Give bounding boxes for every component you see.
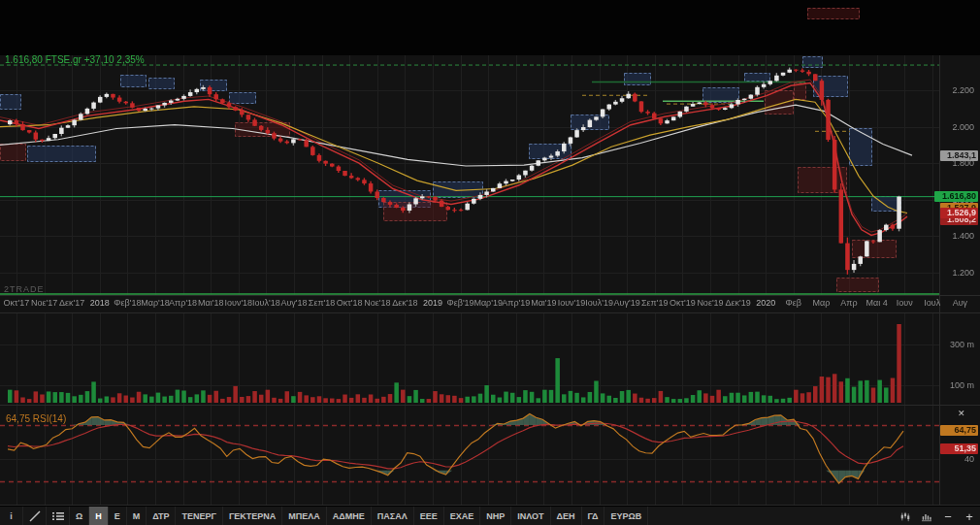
symbol-button-ΙΝΛΟΤ[interactable]: ΙΝΛΟΤ: [511, 507, 550, 525]
symbol-button-ΓΔ[interactable]: ΓΔ: [582, 507, 605, 525]
symbol-button-ΝΗΡ[interactable]: ΝΗΡ: [480, 507, 511, 525]
timeframe-button-Μ[interactable]: Μ: [127, 507, 147, 525]
pencil-line-icon: [29, 510, 41, 522]
symbol-button-ΔΤΡ[interactable]: ΔΤΡ: [147, 507, 176, 525]
symbol-button-ΕΧΑΕ[interactable]: ΕΧΑΕ: [444, 507, 481, 525]
symbol-button-ΕΕΕ[interactable]: ΕΕΕ: [414, 507, 444, 525]
volume-bars-icon[interactable]: [916, 507, 937, 525]
symbol-shortcut-group: ΔΤΡΤΕΝΕΡΓΓΕΚΤΕΡΝΑΜΠΕΛΑΑΔΜΗΕΠΑΣΑΛΕΕΕΕΧΑΕΝ…: [147, 507, 648, 525]
symbol-button-ΔΕΗ[interactable]: ΔΕΗ: [551, 507, 582, 525]
timeframe-button-Η[interactable]: Η: [89, 507, 109, 525]
symbol-button-ΤΕΝΕΡΓ[interactable]: ΤΕΝΕΡΓ: [176, 507, 222, 525]
white-ma-value-badge: 1.843,1: [940, 150, 978, 161]
symbol-button-ΠΑΣΑΛ[interactable]: ΠΑΣΑΛ: [372, 507, 414, 525]
candlestick-chart-icon[interactable]: [895, 507, 916, 525]
timeframe-group: ΩΗΕΜ: [70, 507, 147, 525]
zoom-out-button[interactable]: −: [937, 507, 959, 525]
chart-canvas[interactable]: [0, 0, 980, 506]
candles-icon: [900, 510, 910, 523]
date-axis: Οκτ'17Νοε'17Δεκ'172018Φεβ'18Μαρ'18Απρ'18…: [0, 298, 980, 312]
zoom-in-button[interactable]: +: [959, 507, 980, 525]
rsi-value-badge: 64,75: [940, 425, 978, 436]
bars-icon: [922, 510, 931, 523]
toolbar-spacer: [648, 507, 895, 525]
symbol-button-ΓΕΚΤΕΡΝΑ[interactable]: ΓΕΚΤΕΡΝΑ: [223, 507, 282, 525]
trendline-tool-icon[interactable]: [23, 507, 47, 525]
bottom-toolbar: i ΩΗΕΜ ΔΤΡΤΕΝΕΡΓΓΕΚΤΕΡΝΑΜΠΕΛΑΑΔΜΗΕΠΑΣΑΛΕ…: [0, 506, 980, 525]
indicator-list-icon[interactable]: [47, 507, 70, 525]
timeframe-button-Ε[interactable]: Ε: [109, 507, 127, 525]
rsi-signal-value-badge: 51,35: [940, 443, 978, 454]
toolbar-right-group: − +: [895, 507, 980, 525]
last-price-badge: 1.616,80: [934, 191, 978, 202]
timeframe-button-Ω[interactable]: Ω: [70, 507, 89, 525]
symbol-button-ΜΠΕΛΑ[interactable]: ΜΠΕΛΑ: [282, 507, 327, 525]
trading-app-window: 1.616,80 FTSE.gr +37,10 2,35% 2TRADE 64,…: [0, 0, 980, 525]
red-ma1-value-badge: 1.526,9: [940, 208, 978, 218]
rsi-close-icon[interactable]: ✕: [958, 409, 965, 418]
list-icon: [51, 510, 65, 522]
date-label: Αυγ: [937, 298, 980, 308]
symbol-button-ΑΔΜΗΕ[interactable]: ΑΔΜΗΕ: [327, 507, 372, 525]
symbol-button-ΕΥΡΩΒ[interactable]: ΕΥΡΩΒ: [604, 507, 648, 525]
info-icon[interactable]: i: [0, 507, 23, 525]
